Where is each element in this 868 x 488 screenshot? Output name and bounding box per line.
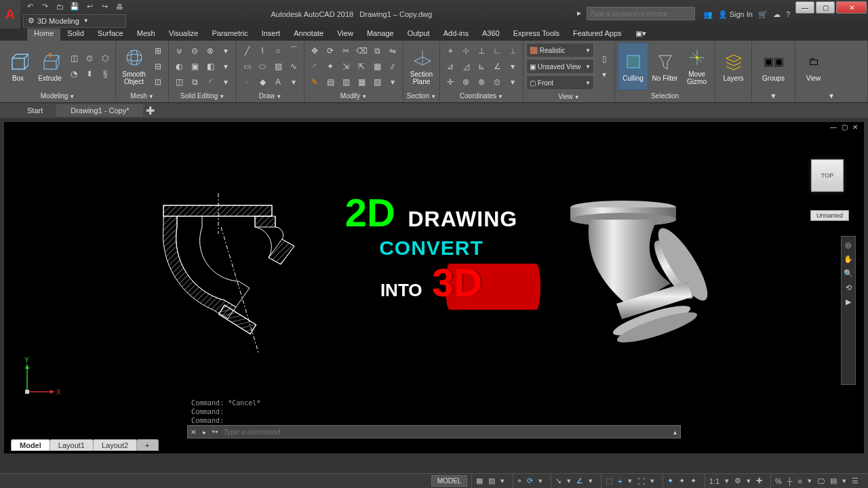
tab-output[interactable]: Output <box>401 28 437 41</box>
ellipse-icon[interactable]: ⬭ <box>255 59 270 74</box>
union-icon[interactable]: ⊎ <box>172 43 186 58</box>
lwt-icon[interactable]: ⛶ <box>636 477 646 485</box>
ucs-world-icon[interactable]: ⌖ <box>443 43 458 58</box>
search-chevron-icon[interactable]: ▸ <box>574 0 584 26</box>
imprint-icon[interactable]: ◧ <box>203 59 218 74</box>
qat-redo2-icon[interactable]: ↪ <box>98 1 111 13</box>
sign-in-button[interactable]: 👤 Sign In <box>718 10 753 19</box>
align-icon[interactable]: ✎ <box>307 75 322 89</box>
hwaccel-icon[interactable]: 🖵 <box>816 477 826 485</box>
3dosnap-icon[interactable]: ⬚ <box>604 476 614 485</box>
tab-view[interactable]: View <box>330 28 360 41</box>
tab-home[interactable]: Home <box>27 28 60 41</box>
visual-style-combo[interactable]: 🟫 Realistic▼ <box>526 43 594 58</box>
loft-icon[interactable]: ⬡ <box>98 51 113 66</box>
line-icon[interactable]: ╱ <box>239 43 254 58</box>
command-input[interactable] <box>220 428 669 436</box>
copy-icon[interactable]: ⧉ <box>370 43 384 58</box>
qat-undo-icon[interactable]: ↶ <box>23 1 37 13</box>
workspace-selector[interactable]: ⚙ 3D Modeling ▼ <box>23 14 126 28</box>
tab-parametric[interactable]: Parametric <box>205 28 254 41</box>
box-button[interactable]: Box <box>3 43 33 90</box>
thicken-icon[interactable]: ▣ <box>187 59 202 74</box>
tab-insert[interactable]: Insert <box>255 28 288 41</box>
ortho-icon[interactable]: ⌖ <box>516 476 523 485</box>
annoscale-label[interactable]: 1:1 <box>708 477 721 485</box>
a360-icon[interactable]: ☁ <box>773 10 781 19</box>
fillet2-icon[interactable]: ◜ <box>307 59 322 74</box>
spline-icon[interactable]: ∿ <box>286 59 301 74</box>
tab-manage[interactable]: Manage <box>360 28 401 41</box>
tab-annotate[interactable]: Annotate <box>287 28 330 41</box>
sweep-icon[interactable]: ◔ <box>66 66 81 81</box>
stretch-icon[interactable]: ⇲ <box>338 59 353 74</box>
circle-icon[interactable]: ○ <box>271 43 285 58</box>
no-filter-button[interactable]: No Filter <box>650 43 680 90</box>
move-icon[interactable]: ✥ <box>307 43 322 58</box>
presspull-icon[interactable]: ⬍ <box>82 66 97 81</box>
canvas-close-icon[interactable]: ✕ <box>850 123 860 131</box>
app-logo[interactable]: A <box>0 0 20 28</box>
qat-redo-icon[interactable]: ↷ <box>38 1 52 13</box>
move-gizmo-button[interactable]: Move Gizmo <box>682 43 712 90</box>
isodraft-icon[interactable]: ↘ <box>554 476 563 485</box>
point-icon[interactable]: · <box>239 75 254 89</box>
ws-icon[interactable]: % <box>774 477 783 485</box>
snap-icon[interactable]: ▨ <box>487 476 496 485</box>
qat-print-icon[interactable]: 🖶 <box>113 1 126 13</box>
tab-visualize[interactable]: Visualize <box>162 28 205 41</box>
tab-solid[interactable]: Solid <box>60 28 90 41</box>
infocenter-icon[interactable]: 👥 <box>703 10 713 19</box>
doc-tab-active[interactable]: Drawing1 - Copy* <box>57 104 143 117</box>
erase-icon[interactable]: ⌫ <box>354 43 369 58</box>
layers-button[interactable]: Layers <box>718 43 749 90</box>
layout-tab-model[interactable]: Model <box>11 439 50 451</box>
offset-icon[interactable]: ⧉ <box>187 75 202 89</box>
close-button[interactable]: ✕ <box>836 1 867 14</box>
slice-icon[interactable]: ◐ <box>172 59 186 74</box>
view-button[interactable]: 🗀 View <box>798 43 829 90</box>
polar-icon[interactable]: ⟳ <box>526 476 534 485</box>
nav-showmotion-icon[interactable]: ▶ <box>846 298 851 306</box>
nav-wheel-icon[interactable]: ◎ <box>845 241 852 249</box>
smooth-object-button[interactable]: Smooth Object <box>119 43 149 90</box>
viewport-icon[interactable]: ▯ <box>597 52 612 66</box>
rect-icon[interactable]: ▭ <box>239 59 254 74</box>
view-direction-combo[interactable]: ▢ Front▼ <box>526 75 594 90</box>
array-icon[interactable]: ▦ <box>370 59 384 74</box>
canvas-min-icon[interactable]: — <box>829 123 838 131</box>
maximize-button[interactable]: ▢ <box>816 1 835 14</box>
ucs-icon[interactable]: X Y <box>19 359 60 403</box>
scale-icon[interactable]: ⇱ <box>354 59 369 74</box>
layout-tab-2[interactable]: Layout2 <box>93 439 137 451</box>
nav-pan-icon[interactable]: ✋ <box>844 255 853 264</box>
mirror-icon[interactable]: ⇋ <box>385 43 400 58</box>
saved-view-combo[interactable]: ▣ Unsaved View▼ <box>526 59 594 74</box>
exchange-icon[interactable]: 🛒 <box>758 10 768 19</box>
culling-button[interactable]: Culling <box>618 43 648 90</box>
help-icon[interactable]: ? <box>786 10 790 18</box>
monitor-icon[interactable]: ┼ <box>786 477 794 485</box>
tab-mesh[interactable]: Mesh <box>130 28 162 41</box>
layout-tab-1[interactable]: Layout1 <box>50 439 94 451</box>
qat-open-icon[interactable]: 🗀 <box>53 1 66 13</box>
intersect-icon[interactable]: ⊗ <box>203 43 218 58</box>
customize-icon[interactable]: ☰ <box>850 476 860 485</box>
add-scale-icon[interactable]: ✚ <box>755 476 764 485</box>
mesh-more-icon[interactable]: ⊞ <box>151 43 165 58</box>
canvas-max-icon[interactable]: ▢ <box>840 123 849 131</box>
otrack-icon[interactable]: + <box>616 477 623 485</box>
tab-surface[interactable]: Surface <box>91 28 130 41</box>
grid-icon[interactable]: ▦ <box>475 476 484 485</box>
model-space-indicator[interactable]: MODEL <box>431 475 468 487</box>
groups-button[interactable]: ▣▣ Groups <box>755 43 792 90</box>
extrude-button[interactable]: Extrude <box>35 43 65 90</box>
drawing-canvas[interactable]: — ▢ ✕ TOP Unnamed ◎ ✋ 🔍 ⟲ ▶ <box>4 122 864 453</box>
osnap-icon[interactable]: ∠ <box>575 476 585 485</box>
minimize-button[interactable]: — <box>795 1 814 14</box>
offset2-icon[interactable]: ⫽ <box>385 59 400 74</box>
region-icon[interactable]: ◆ <box>255 75 270 89</box>
dyn-icon[interactable]: ✦ <box>666 476 675 485</box>
qat-save-icon[interactable]: 💾 <box>68 1 81 13</box>
explode-icon[interactable]: ✦ <box>323 59 338 74</box>
